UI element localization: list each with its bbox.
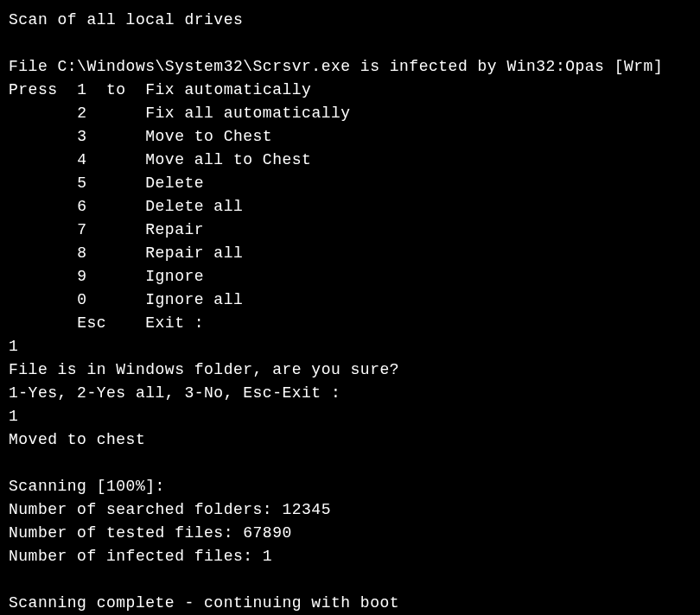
searched-folders-count: 12345 bbox=[282, 501, 331, 518]
press-label: Press bbox=[9, 81, 77, 98]
menu-key: 5 bbox=[77, 174, 86, 192]
scan-complete: Scanning complete - continuing with boot bbox=[9, 592, 691, 615]
menu-key: 8 bbox=[77, 244, 86, 262]
menu-option-5[interactable]: 5 Delete bbox=[9, 172, 691, 195]
menu-label: Repair bbox=[145, 221, 204, 238]
user-input-1: 1 bbox=[9, 335, 691, 358]
menu-label: Ignore bbox=[145, 268, 204, 285]
menu-option-4[interactable]: 4 Move all to Chest bbox=[9, 149, 691, 172]
menu-key: 0 bbox=[77, 291, 86, 308]
menu-to: to bbox=[106, 81, 145, 98]
action-result: Moved to chest bbox=[9, 428, 691, 452]
menu-label: Fix all automatically bbox=[145, 105, 350, 122]
menu-key: 7 bbox=[77, 221, 86, 238]
menu-option-8[interactable]: 8 Repair all bbox=[9, 242, 691, 265]
tested-files-count: 67890 bbox=[243, 524, 292, 542]
blank-line bbox=[9, 32, 691, 55]
menu-label: Move to Chest bbox=[145, 128, 272, 145]
tested-files-label: Number of tested files: bbox=[9, 524, 243, 542]
searched-folders-line: Number of searched folders: 12345 bbox=[9, 498, 691, 522]
menu-option-2[interactable]: 2 Fix all automatically bbox=[9, 102, 691, 125]
menu-option-1[interactable]: Press 1 to Fix automatically bbox=[9, 79, 691, 102]
menu-option-7[interactable]: 7 Repair bbox=[9, 219, 691, 242]
menu-key: Esc bbox=[77, 314, 106, 332]
blank-line bbox=[9, 452, 691, 475]
infected-files-label: Number of infected files: bbox=[9, 548, 263, 565]
menu-key: 3 bbox=[77, 128, 86, 145]
menu-key: 4 bbox=[77, 151, 86, 168]
menu-label: Repair all bbox=[145, 244, 243, 262]
menu-option-esc[interactable]: Esc Exit : bbox=[9, 312, 691, 335]
menu-label: Move all to Chest bbox=[145, 151, 311, 168]
tested-files-line: Number of tested files: 67890 bbox=[9, 522, 691, 545]
blank-line bbox=[9, 568, 691, 592]
menu-key: 2 bbox=[77, 105, 86, 122]
menu-key: 1 bbox=[77, 81, 86, 98]
infection-message: File C:\Windows\System32\Scrsvr.exe is i… bbox=[9, 55, 691, 79]
user-input-2: 1 bbox=[9, 405, 691, 428]
menu-key: 6 bbox=[77, 198, 86, 215]
menu-label: Fix automatically bbox=[145, 81, 311, 98]
scan-progress: Scanning [100%]: bbox=[9, 475, 691, 498]
menu-option-0[interactable]: 0 Ignore all bbox=[9, 288, 691, 312]
scan-title: Scan of all local drives bbox=[9, 9, 691, 32]
menu-label: Delete all bbox=[145, 198, 243, 215]
menu-option-6[interactable]: 6 Delete all bbox=[9, 195, 691, 219]
confirm-options[interactable]: 1-Yes, 2-Yes all, 3-No, Esc-Exit : bbox=[9, 382, 691, 405]
menu-option-9[interactable]: 9 Ignore bbox=[9, 265, 691, 288]
menu-option-3[interactable]: 3 Move to Chest bbox=[9, 125, 691, 149]
menu-label: Ignore all bbox=[145, 291, 243, 308]
menu-label: Exit : bbox=[145, 314, 204, 332]
menu-label: Delete bbox=[145, 174, 204, 192]
infected-files-count: 1 bbox=[263, 548, 272, 565]
infected-files-line: Number of infected files: 1 bbox=[9, 545, 691, 568]
menu-key: 9 bbox=[77, 268, 86, 285]
confirm-message: File is in Windows folder, are you sure? bbox=[9, 358, 691, 382]
searched-folders-label: Number of searched folders: bbox=[9, 501, 282, 518]
